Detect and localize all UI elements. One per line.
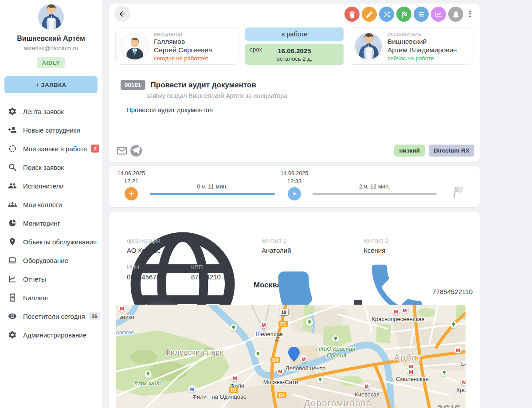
telegram-icon[interactable] xyxy=(130,145,142,157)
sidebar-item-label: Новые сотрудники xyxy=(23,126,80,134)
metro-station-icon: М xyxy=(300,355,308,363)
road-badge: D4 xyxy=(270,357,280,363)
sidebar-item-gear[interactable]: Лента заявок xyxy=(0,102,102,121)
deadline-box: срок 16.06.2025 осталось 2 д. xyxy=(245,44,344,65)
delete-button[interactable] xyxy=(344,7,360,22)
metro-station-icon: М xyxy=(231,374,239,382)
sidebar-item-label: Биллинг xyxy=(23,294,49,302)
metro-station-icon: М xyxy=(277,368,284,375)
new-ticket-button[interactable]: + ЗАЯВКА xyxy=(4,76,98,93)
source-badge: Directum RX xyxy=(429,145,474,157)
stats-button[interactable] xyxy=(431,7,446,22)
sidebar-item-team[interactable]: Мои коллеги xyxy=(0,195,102,214)
inn-field: ИНН 0123456789 xyxy=(127,264,164,281)
chart-line-icon xyxy=(434,10,443,19)
sidebar-item-gear[interactable]: Администрирование xyxy=(0,326,102,344)
sidebar-item-label: Отчеты xyxy=(23,275,46,283)
plus-icon xyxy=(128,190,135,197)
initiator-card[interactable]: инициатор Галлямов Сергей Сергеевич сего… xyxy=(115,27,239,65)
mail-icon[interactable] xyxy=(116,145,128,157)
kpp-field: КПП 87654210 xyxy=(191,264,221,281)
sidebar-item-label: Оборудование xyxy=(23,257,68,264)
sidebar-item-people[interactable]: Исполнители xyxy=(0,177,102,195)
pie-icon xyxy=(8,218,17,228)
executor-role-label: исполнитель xyxy=(387,31,457,37)
sidebar-item-person-add[interactable]: Новые сотрудники xyxy=(0,121,102,139)
location-fields: организация АО Космос ИНН 0123456789 КПП… xyxy=(127,237,473,290)
sidebar-item-chart[interactable]: Отчеты xyxy=(0,270,102,288)
sidebar-item-eye[interactable]: Посетители сегодня26 xyxy=(0,307,102,326)
shuffle-icon xyxy=(383,10,391,19)
metro-station-icon: М xyxy=(407,368,415,376)
deadline-date: 16.06.2025 xyxy=(278,47,311,55)
contact2-label: контакт 2 xyxy=(364,237,473,244)
org-field: организация АО Космос xyxy=(127,237,160,254)
timeline-card: 14.06.2025 12:21 0 ч. 11 мин. 14.06.2025… xyxy=(109,166,480,207)
ticket-card: инициатор Галлямов Сергей Сергеевич сего… xyxy=(109,4,480,162)
org-value: АО Космос xyxy=(127,247,160,254)
finish-button[interactable] xyxy=(396,7,411,22)
state-column: в работе срок 16.06.2025 осталось 2 д. xyxy=(245,27,344,65)
map-label: овское xyxy=(116,329,134,336)
sidebar-item-receipt[interactable]: Биллинг xyxy=(0,288,102,307)
road-badge: D1 xyxy=(229,387,238,393)
executor-card[interactable]: исполнитель Вишневский Артем Владимирови… xyxy=(349,27,473,65)
pencil-icon xyxy=(365,10,374,19)
map-label: Арбат xyxy=(394,353,422,363)
sidebar-item-laptop[interactable]: Оборудование xyxy=(0,251,102,270)
timeline-segment-1: 0 ч. 11 мин. xyxy=(150,193,275,195)
list-button[interactable] xyxy=(414,7,429,22)
sidebar-item-label: Посетители сегодня xyxy=(23,313,85,320)
map-attribution-logo: 2GIS xyxy=(437,403,461,408)
spinner-icon xyxy=(8,144,17,153)
sidebar: Вишневский Артём asterisk@nionium.ru AID… xyxy=(0,0,102,408)
people-icon xyxy=(8,181,17,191)
play-icon xyxy=(291,190,298,197)
sidebar-item-pie[interactable]: Мониторинг xyxy=(0,214,102,232)
user-profile: Вишневский Артём asterisk@nionium.ru AID… xyxy=(0,0,102,93)
map[interactable]: ШелепихаКраснопресненскаяДеловой центрМо… xyxy=(116,305,466,408)
metro-station-icon: М xyxy=(392,308,400,315)
edit-button[interactable] xyxy=(362,7,377,22)
park-tree-icon xyxy=(254,351,262,358)
timeline-start-time: 12:21 xyxy=(113,178,150,184)
sidebar-item-spinner[interactable]: Мои заявки в работе2 xyxy=(0,139,102,158)
road-badge: D4 xyxy=(277,392,286,398)
back-button[interactable] xyxy=(114,6,130,22)
executor-name: Вишневский Артем Владимирович xyxy=(387,38,457,55)
ticket-header: 00101 Провести аудит документов xyxy=(121,80,256,90)
finish-flag-icon xyxy=(451,184,466,199)
timeline-create-button[interactable] xyxy=(125,187,138,200)
status-pill[interactable]: в работе xyxy=(245,27,344,41)
park-tree-icon xyxy=(317,377,324,384)
sidebar-item-search[interactable]: Поиск заявок xyxy=(0,158,102,177)
more-menu-button[interactable] xyxy=(466,7,474,22)
initiator-role-label: инициатор xyxy=(154,31,212,37)
timeline-start-work-button[interactable] xyxy=(288,187,301,200)
sidebar-item-pin[interactable]: Объекты обслуживания xyxy=(0,232,102,251)
road-badge: 19 xyxy=(279,309,289,316)
user-name: Вишневский Артём xyxy=(0,35,102,43)
receipt-icon xyxy=(8,293,17,302)
notifications-button[interactable] xyxy=(448,7,463,22)
pin-icon xyxy=(8,237,17,247)
laptop-icon xyxy=(8,255,17,265)
metro-station-icon: М xyxy=(363,383,371,390)
user-avatar[interactable] xyxy=(38,4,64,30)
location-card: Москва-Сити организация АО Космос ИНН 01… xyxy=(109,212,480,408)
reassign-button[interactable] xyxy=(379,7,394,22)
kpp-label: КПП xyxy=(191,264,221,271)
search-icon xyxy=(8,162,17,172)
timeline-mid-time: 12:33 xyxy=(276,178,313,184)
sidebar-item-label: Мои заявки в работе xyxy=(23,145,87,153)
chart-icon xyxy=(8,274,17,284)
inn-label: ИНН xyxy=(127,264,164,271)
metro-station-icon: М xyxy=(188,385,196,393)
metro-station-icon: М xyxy=(118,305,126,312)
workspace-badge: AIDLY xyxy=(37,57,65,68)
deadline-label: срок xyxy=(250,46,262,53)
map-label: Киевская xyxy=(355,391,379,398)
executor-status: сейчас на работе xyxy=(387,55,457,62)
timeline-segment-2: 2 ч. 12 мин. xyxy=(313,193,437,195)
priority-badge: низкий xyxy=(394,145,425,157)
